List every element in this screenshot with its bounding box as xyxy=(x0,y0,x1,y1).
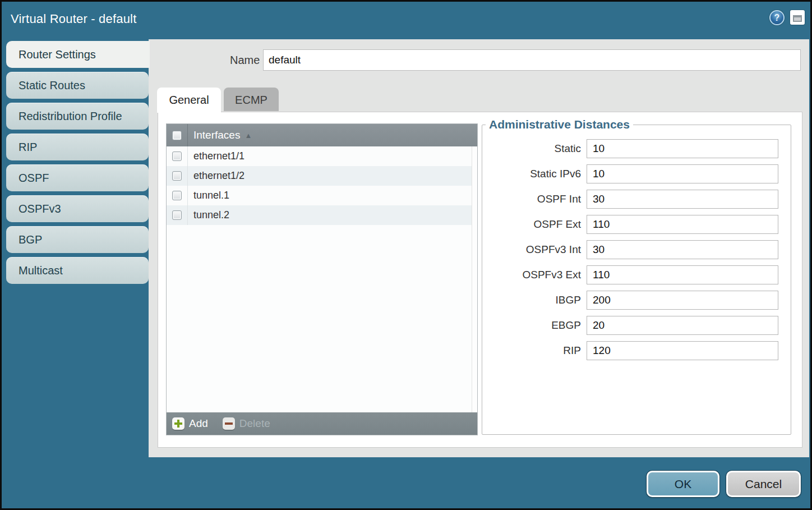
ebgp-label: EBGP xyxy=(482,319,587,332)
field-row: EBGP xyxy=(482,316,783,335)
field-row: OSPF Int xyxy=(482,190,783,209)
ospf-ext-input[interactable] xyxy=(587,215,778,234)
ospf-int-input[interactable] xyxy=(587,190,778,209)
field-row: OSPF Ext xyxy=(482,215,783,234)
static-label: Static xyxy=(482,143,587,155)
sidebar-item-ospf[interactable]: OSPF xyxy=(6,164,149,191)
ebgp-input[interactable] xyxy=(587,316,778,335)
sort-ascending-icon[interactable]: ▲ xyxy=(244,131,252,140)
delete-button-label: Delete xyxy=(239,417,270,430)
name-input[interactable] xyxy=(263,49,801,71)
interfaces-column-header: Interfaces xyxy=(193,129,240,141)
tab-general[interactable]: General xyxy=(157,88,221,113)
field-row: Static xyxy=(482,139,783,158)
table-row[interactable]: ethernet1/2 xyxy=(167,166,472,186)
interfaces-table: Interfaces ▲ ethernet1/1 ethernet1/2 xyxy=(166,123,478,435)
row-checkbox-cell xyxy=(167,186,188,205)
add-plus-icon xyxy=(172,417,184,430)
interface-name: tunnel.1 xyxy=(193,190,229,201)
row-checkbox-cell xyxy=(167,146,188,166)
interface-name: ethernet1/1 xyxy=(193,150,244,162)
row-checkbox-cell xyxy=(167,166,188,186)
static-input[interactable] xyxy=(587,139,778,158)
table-row[interactable]: tunnel.1 xyxy=(167,186,472,205)
titlebar: Virtual Router - default ? xyxy=(2,2,810,38)
table-row[interactable]: tunnel.2 xyxy=(167,205,472,225)
maximize-icon[interactable] xyxy=(790,10,805,25)
dialog-title: Virtual Router - default xyxy=(11,2,137,36)
ospf-ext-label: OSPF Ext xyxy=(482,218,587,231)
ospfv3-ext-input[interactable] xyxy=(587,265,778,284)
sidebar-item-bgp[interactable]: BGP xyxy=(6,226,149,253)
ospfv3-ext-label: OSPFv3 Ext xyxy=(482,269,587,281)
interface-name: ethernet1/2 xyxy=(193,170,244,182)
ibgp-input[interactable] xyxy=(587,291,778,310)
sidebar-item-multicast[interactable]: Multicast xyxy=(6,257,149,284)
maximize-icon-glyph xyxy=(793,15,802,22)
administrative-distances-fieldset: Administrative Distances Static Static I… xyxy=(482,118,791,435)
static-ipv6-input[interactable] xyxy=(587,164,778,183)
sidebar-item-ospfv3[interactable]: OSPFv3 xyxy=(6,195,149,222)
row-checkbox[interactable] xyxy=(172,171,182,181)
sidebar-item-static-routes[interactable]: Static Routes xyxy=(6,72,149,99)
table-scrollbar[interactable] xyxy=(472,146,477,412)
select-all-checkbox[interactable] xyxy=(172,131,182,140)
static-ipv6-label: Static IPv6 xyxy=(482,168,587,180)
help-icon[interactable]: ? xyxy=(769,10,785,25)
interface-name: tunnel.2 xyxy=(193,209,229,221)
delete-minus-icon xyxy=(223,417,235,430)
interfaces-table-header[interactable]: Interfaces ▲ xyxy=(167,124,477,146)
ospf-int-label: OSPF Int xyxy=(482,193,587,205)
rip-input[interactable] xyxy=(587,341,778,360)
content-panel: Name General ECMP Interfaces ▲ xyxy=(149,39,809,457)
add-button-label: Add xyxy=(189,417,208,430)
field-row: RIP xyxy=(482,341,783,360)
sidebar-item-router-settings[interactable]: Router Settings xyxy=(6,41,150,68)
virtual-router-dialog: Virtual Router - default ? Router Settin… xyxy=(0,0,812,510)
tab-ecmp[interactable]: ECMP xyxy=(224,88,279,111)
field-row: OSPFv3 Ext xyxy=(482,265,783,284)
row-checkbox[interactable] xyxy=(172,210,182,220)
sidebar-item-rip[interactable]: RIP xyxy=(6,134,149,160)
delete-button: Delete xyxy=(223,417,270,430)
ospfv3-int-input[interactable] xyxy=(587,240,778,259)
row-checkbox-cell xyxy=(167,205,188,225)
name-label: Name xyxy=(230,54,259,67)
ospfv3-int-label: OSPFv3 Int xyxy=(482,243,587,256)
add-button[interactable]: Add xyxy=(172,417,208,430)
administrative-distances-legend: Administrative Distances xyxy=(486,118,633,131)
interfaces-table-footer: Add Delete xyxy=(167,412,477,435)
sidebar: Router Settings Static Routes Redistribu… xyxy=(6,41,150,288)
help-icon-glyph: ? xyxy=(774,13,780,23)
cancel-button[interactable]: Cancel xyxy=(726,471,801,497)
rip-label: RIP xyxy=(482,344,587,357)
ibgp-label: IBGP xyxy=(482,294,587,306)
row-checkbox[interactable] xyxy=(172,191,182,200)
table-row[interactable]: ethernet1/1 xyxy=(167,146,472,166)
name-row: Name xyxy=(149,49,809,72)
sidebar-item-redistribution-profile[interactable]: Redistribution Profile xyxy=(6,103,149,130)
field-row: Static IPv6 xyxy=(482,164,783,183)
general-tab-panel: Interfaces ▲ ethernet1/1 ethernet1/2 xyxy=(158,112,802,448)
header-checkbox-cell xyxy=(167,124,188,146)
field-row: OSPFv3 Int xyxy=(482,240,783,259)
ok-button[interactable]: OK xyxy=(647,471,719,497)
row-checkbox[interactable] xyxy=(172,151,182,161)
field-row: IBGP xyxy=(482,291,783,310)
